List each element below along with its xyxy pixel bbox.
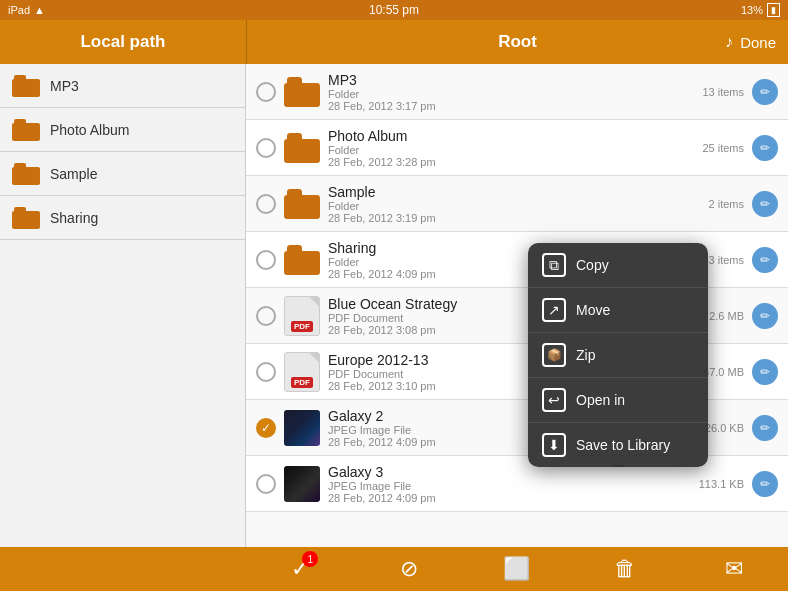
menu-label-zip: Zip [576, 347, 595, 363]
sidebar-item-sample[interactable]: Sample [0, 152, 245, 196]
radio-button[interactable] [256, 306, 276, 326]
battery-label: 13% [741, 4, 763, 16]
music-icon[interactable]: ♪ [725, 33, 733, 51]
trash-button[interactable]: 🗑 [603, 547, 647, 591]
file-size: 13 items [684, 86, 744, 98]
move-icon: ↗ [542, 298, 566, 322]
file-size: 113.1 KB [684, 478, 744, 490]
folder-icon [284, 133, 320, 163]
sidebar-label-mp3: MP3 [50, 78, 79, 94]
file-size: 25 items [684, 142, 744, 154]
square-button[interactable]: ⬜ [495, 547, 539, 591]
file-item[interactable]: Photo Album Folder 28 Feb, 2012 3:28 pm … [246, 120, 788, 176]
menu-item-move[interactable]: ↗ Move [528, 288, 708, 333]
file-item[interactable]: Galaxy 3 JPEG Image File 28 Feb, 2012 4:… [246, 456, 788, 512]
file-date: 28 Feb, 2012 3:28 pm [328, 156, 676, 168]
sidebar-item-sharing[interactable]: Sharing [0, 196, 245, 240]
edit-button[interactable] [752, 79, 778, 105]
folder-icon [284, 77, 320, 107]
file-info: MP3 Folder 28 Feb, 2012 3:17 pm [328, 72, 676, 112]
edit-button[interactable] [752, 359, 778, 385]
menu-item-copy[interactable]: ⧉ Copy [528, 243, 708, 288]
menu-label-move: Move [576, 302, 610, 318]
mail-button[interactable]: ✉ [712, 547, 756, 591]
status-right: 13% ▮ [741, 3, 780, 17]
pdf-icon: PDF [284, 352, 320, 392]
trash-icon: 🗑 [614, 556, 636, 582]
file-type: JPEG Image File [328, 480, 676, 492]
no-entry-icon: ⊘ [400, 556, 418, 582]
file-info: Photo Album Folder 28 Feb, 2012 3:28 pm [328, 128, 676, 168]
file-info: Sample Folder 28 Feb, 2012 3:19 pm [328, 184, 676, 224]
edit-button[interactable] [752, 191, 778, 217]
folder-icon [12, 75, 40, 97]
galaxy2-thumbnail [284, 410, 320, 446]
radio-button[interactable] [256, 82, 276, 102]
radio-button[interactable] [256, 138, 276, 158]
file-type: Folder [328, 144, 676, 156]
folder-icon [284, 245, 320, 275]
edit-button[interactable] [752, 471, 778, 497]
radio-button-checked[interactable] [256, 418, 276, 438]
galaxy3-thumbnail [284, 466, 320, 502]
sidebar-item-mp3[interactable]: MP3 [0, 64, 245, 108]
status-left: iPad ▲ [8, 4, 45, 16]
edit-button[interactable] [752, 135, 778, 161]
menu-item-save-to-library[interactable]: ⬇ Save to Library [528, 423, 708, 467]
file-date: 28 Feb, 2012 3:19 pm [328, 212, 676, 224]
open-in-icon: ↩ [542, 388, 566, 412]
file-size: 2 items [684, 198, 744, 210]
radio-button[interactable] [256, 250, 276, 270]
context-menu: ⧉ Copy ↗ Move 📦 Zip ↩ Open in ⬇ Save to … [528, 243, 708, 467]
sidebar-label-photo-album: Photo Album [50, 122, 129, 138]
pdf-icon: PDF [284, 296, 320, 336]
file-type: Folder [328, 88, 676, 100]
copy-icon: ⧉ [542, 253, 566, 277]
edit-button[interactable] [752, 247, 778, 273]
file-name: MP3 [328, 72, 676, 88]
folder-icon [12, 163, 40, 185]
pdf-label: PDF [291, 377, 313, 388]
radio-button[interactable] [256, 474, 276, 494]
bottom-toolbar: ✓ 1 ⊘ ⬜ 🗑 ✉ [0, 547, 788, 591]
edit-button[interactable] [752, 303, 778, 329]
menu-label-open-in: Open in [576, 392, 625, 408]
edit-button[interactable] [752, 415, 778, 441]
file-date: 28 Feb, 2012 4:09 pm [328, 492, 676, 504]
badge-count: 1 [302, 551, 318, 567]
no-entry-button[interactable]: ⊘ [387, 547, 431, 591]
checkmark-button[interactable]: ✓ 1 [278, 547, 322, 591]
menu-item-open-in[interactable]: ↩ Open in [528, 378, 708, 423]
sidebar-item-photo-album[interactable]: Photo Album [0, 108, 245, 152]
radio-button[interactable] [256, 194, 276, 214]
carrier-label: iPad [8, 4, 30, 16]
radio-button[interactable] [256, 362, 276, 382]
square-icon: ⬜ [503, 556, 530, 582]
file-info: Galaxy 3 JPEG Image File 28 Feb, 2012 4:… [328, 464, 676, 504]
sidebar: MP3 Photo Album Sample Sharing [0, 64, 246, 547]
file-name: Photo Album [328, 128, 676, 144]
mail-icon: ✉ [725, 556, 743, 582]
file-item[interactable]: Sample Folder 28 Feb, 2012 3:19 pm 2 ite… [246, 176, 788, 232]
menu-label-copy: Copy [576, 257, 609, 273]
header: Local path Root ♪ Done [0, 20, 788, 64]
folder-icon [12, 119, 40, 141]
main-content: MP3 Photo Album Sample Sharing MP3 Folde… [0, 64, 788, 547]
file-type: Folder [328, 200, 676, 212]
battery-icon: ▮ [767, 3, 780, 17]
folder-icon [284, 189, 320, 219]
file-item[interactable]: MP3 Folder 28 Feb, 2012 3:17 pm 13 items [246, 64, 788, 120]
header-right-section: Root ♪ Done [247, 32, 788, 52]
pdf-label: PDF [291, 321, 313, 332]
zip-icon: 📦 [542, 343, 566, 367]
header-left-title: Local path [0, 32, 246, 52]
image-thumbnail [284, 466, 320, 502]
time-label: 10:55 pm [369, 3, 419, 17]
wifi-icon: ▲ [34, 4, 45, 16]
done-button[interactable]: Done [740, 34, 776, 51]
header-root-title: Root [498, 32, 537, 52]
menu-label-save-to-library: Save to Library [576, 437, 670, 453]
menu-item-zip[interactable]: 📦 Zip [528, 333, 708, 378]
image-thumbnail [284, 410, 320, 446]
save-icon: ⬇ [542, 433, 566, 457]
